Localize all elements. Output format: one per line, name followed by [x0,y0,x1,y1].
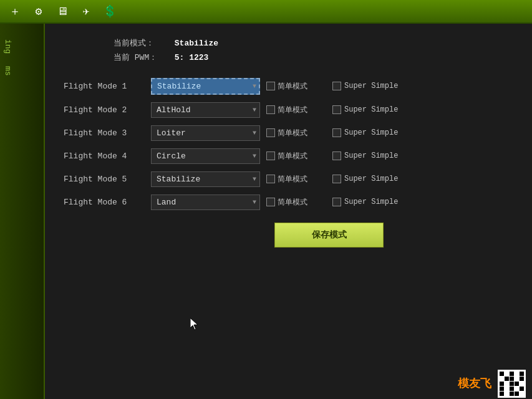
monitor-icon[interactable]: 🖥 [52,1,72,21]
super-simple-2-cb-box[interactable] [332,105,341,114]
flight-mode-6-select-wrapper: StabilizeAltHoldLoiter CircleLandRTL ▼ [151,195,260,210]
qr-cell [510,382,514,386]
super-simple-4-checkbox[interactable]: Super Simple [332,151,398,160]
qr-cell [500,387,504,391]
super-simple-6-cb-box[interactable] [332,198,341,206]
flight-mode-6-label: Flight Mode 6 [64,198,145,207]
table-row: Flight Mode 2 StabilizeAltHoldLoiter Cir… [64,102,513,118]
qr-cell [510,392,514,396]
qr-cell [515,372,519,376]
super-simple-5-checkbox[interactable]: Super Simple [332,175,398,183]
qr-cell [520,387,524,391]
super-simple-2-checkbox[interactable]: Super Simple [332,105,398,114]
qr-cell [520,382,524,386]
simple-mode-3-checkbox[interactable]: 简单模式 [266,128,307,138]
flight-mode-1-select-wrapper: StabilizeAltHoldLoiter CircleLandRTL ▼ [151,78,260,95]
table-row: Flight Mode 3 StabilizeAltHoldLoiter Cir… [64,125,513,141]
super-simple-6-label: Super Simple [344,198,398,206]
flight-mode-4-select-wrapper: StabilizeAltHoldLoiter CircleLandRTL ▼ [151,148,260,164]
status-section: 当前模式： Stabilize 当前 PWM： 5: 1223 [114,36,513,65]
flight-mode-1-label: Flight Mode 1 [64,82,145,91]
add-icon[interactable]: ＋ [5,1,25,21]
simple-mode-1-checkbox[interactable]: 简单模式 [266,81,307,92]
simple-mode-1-cb-box[interactable] [266,82,275,90]
simple-mode-4-label: 简单模式 [278,151,307,161]
super-simple-5-cb-box[interactable] [332,175,341,183]
toolbar: ＋ ⚙ 🖥 ✈ 💲 [0,0,532,24]
qr-cell [510,387,514,391]
modes-table: Flight Mode 1 StabilizeAltHoldLoiter Cir… [64,78,513,210]
table-row: Flight Mode 4 StabilizeAltHoldLoiter Cir… [64,148,513,164]
flight-mode-4-select[interactable]: StabilizeAltHoldLoiter CircleLandRTL [151,148,260,164]
simple-mode-6-checkbox[interactable]: 简单模式 [266,197,307,208]
qr-code [498,370,526,398]
flight-icon[interactable]: ✈ [76,1,96,21]
super-simple-1-checkbox[interactable]: Super Simple [332,82,398,90]
qr-cell [515,392,519,396]
qr-cell [520,392,524,396]
pwm-label: 当前 PWM： [114,50,170,65]
table-row: Flight Mode 1 StabilizeAltHoldLoiter Cir… [64,78,513,95]
qr-cell [505,387,509,391]
flight-mode-3-select[interactable]: StabilizeAltHoldLoiter CircleLandRTL [151,125,260,141]
settings-icon[interactable]: ⚙ [29,1,49,21]
simple-mode-2-cb-box[interactable] [266,105,275,114]
flight-mode-2-select-wrapper: StabilizeAltHoldLoiter CircleLandRTL ▼ [151,102,260,118]
qr-cell [500,392,504,396]
super-simple-1-cb-box[interactable] [332,82,341,90]
sidebar-item-ing[interactable]: ing [0,30,44,63]
main-content: 当前模式： Stabilize 当前 PWM： 5: 1223 Flight M… [45,24,532,399]
qr-cell [505,372,509,376]
sidebar: ing ms [0,24,45,399]
qr-cell [515,382,519,386]
simple-mode-5-label: 简单模式 [278,174,307,185]
super-simple-3-checkbox[interactable]: Super Simple [332,128,398,137]
flight-mode-3-select-wrapper: StabilizeAltHoldLoiter CircleLandRTL ▼ [151,125,260,141]
mode-value: Stabilize [175,39,218,48]
qr-cell [500,382,504,386]
qr-cell [515,387,519,391]
simple-mode-6-label: 简单模式 [278,197,307,208]
table-row: Flight Mode 5 StabilizeAltHoldLoiter Cir… [64,171,513,187]
simple-mode-3-label: 简单模式 [278,128,307,138]
flight-mode-3-label: Flight Mode 3 [64,128,145,138]
super-simple-4-label: Super Simple [344,151,398,160]
qr-cell [505,392,509,396]
simple-mode-6-cb-box[interactable] [266,198,275,206]
watermark-text: 模友飞 [458,376,491,391]
dollar-icon[interactable]: 💲 [100,1,120,21]
super-simple-5-label: Super Simple [344,175,398,183]
qr-cell [520,372,524,376]
super-simple-2-label: Super Simple [344,105,398,114]
super-simple-6-checkbox[interactable]: Super Simple [332,198,398,206]
simple-mode-3-cb-box[interactable] [266,128,275,137]
pwm-value: 5: 1223 [175,53,209,62]
simple-mode-5-cb-box[interactable] [266,175,275,183]
qr-cell [510,372,514,376]
flight-mode-2-select[interactable]: StabilizeAltHoldLoiter CircleLandRTL [151,102,260,118]
bottom-bar: 模友飞 [407,368,532,399]
qr-cell [500,372,504,376]
table-row: Flight Mode 6 StabilizeAltHoldLoiter Cir… [64,195,513,210]
flight-mode-5-label: Flight Mode 5 [64,175,145,184]
super-simple-4-cb-box[interactable] [332,151,341,160]
flight-mode-6-select[interactable]: StabilizeAltHoldLoiter CircleLandRTL [151,195,260,210]
sidebar-item-ms[interactable]: ms [0,63,44,79]
super-simple-3-cb-box[interactable] [332,128,341,137]
qr-cell [500,377,504,381]
flight-mode-2-label: Flight Mode 2 [64,105,145,115]
flight-mode-4-label: Flight Mode 4 [64,151,145,161]
simple-mode-4-cb-box[interactable] [266,151,275,160]
simple-mode-4-checkbox[interactable]: 简单模式 [266,151,307,161]
save-button[interactable]: 保存模式 [274,223,384,248]
flight-mode-5-select[interactable]: StabilizeAltHoldLoiter CircleLandRTL [151,171,260,187]
simple-mode-2-checkbox[interactable]: 简单模式 [266,105,307,115]
simple-mode-2-label: 简单模式 [278,105,307,115]
qr-cell [505,382,509,386]
simple-mode-5-checkbox[interactable]: 简单模式 [266,174,307,185]
simple-mode-1-label: 简单模式 [278,81,307,92]
qr-cell [510,377,514,381]
qr-cell [515,377,519,381]
super-simple-1-label: Super Simple [344,82,398,90]
flight-mode-1-select[interactable]: StabilizeAltHoldLoiter CircleLandRTL [151,78,260,95]
